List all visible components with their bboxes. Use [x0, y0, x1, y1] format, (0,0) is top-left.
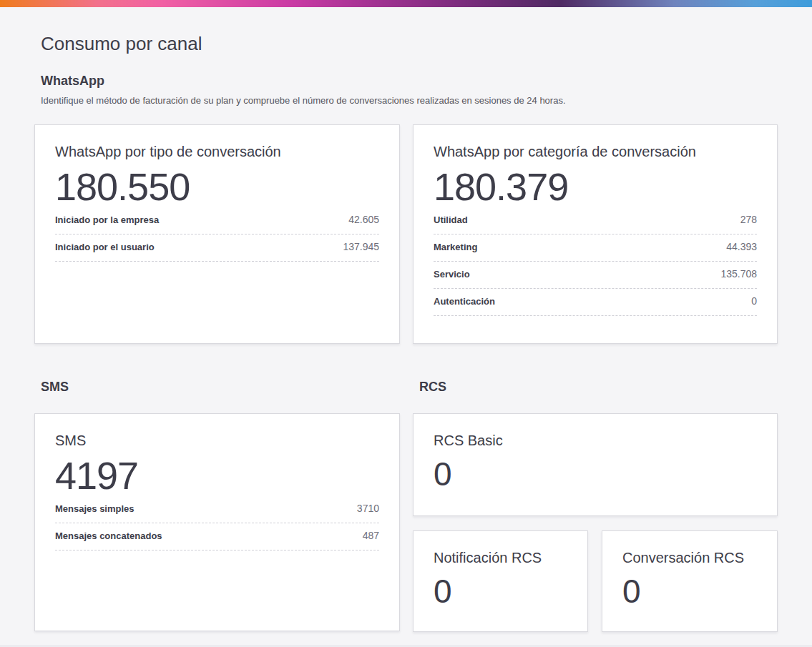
whatsapp-category-total: 180.379 — [434, 166, 757, 207]
stat-value: 137.945 — [343, 241, 379, 252]
stat-value: 487 — [363, 530, 379, 541]
stat-row-simple-messages: Mensajes simples 3710 — [55, 496, 379, 523]
stat-row-marketing: Marketing 44.393 — [434, 234, 757, 262]
whatsapp-section-description: Identifique el método de facturación de … — [34, 95, 778, 107]
whatsapp-type-total: 180.550 — [55, 166, 379, 207]
brand-gradient-bar — [0, 0, 812, 7]
stat-label: Iniciado por el usuario — [55, 242, 155, 252]
whatsapp-section-heading: WhatsApp — [34, 73, 778, 89]
card-title: Conversación RCS — [622, 549, 757, 566]
rcs-basic-card: RCS Basic 0 — [413, 413, 778, 516]
stat-label: Marketing — [434, 242, 477, 252]
stat-label: Mensajes concatenados — [55, 530, 162, 541]
rcs-conversation-total: 0 — [622, 573, 757, 609]
whatsapp-section: WhatsApp Identifique el método de factur… — [34, 73, 778, 344]
stat-value: 135.708 — [720, 268, 757, 280]
stat-label: Autenticación — [434, 296, 495, 307]
rcs-notification-total: 0 — [434, 573, 567, 609]
whatsapp-cards-row: WhatsApp por tipo de conversación 180.55… — [34, 124, 778, 344]
stat-row-business-initiated: Iniciado por la empresa 42.605 — [55, 207, 379, 234]
stat-rows: Iniciado por la empresa 42.605 Iniciado … — [55, 207, 379, 262]
stat-label: Mensajes simples — [55, 503, 134, 514]
stat-value: 3710 — [357, 503, 379, 514]
rcs-small-cards-row: Notificación RCS 0 Conversación RCS 0 — [413, 530, 778, 632]
rcs-section: RCS RCS Basic 0 Notificación RCS 0 Conve… — [413, 379, 778, 632]
sms-card: SMS 4197 Mensajes simples 3710 Mensajes … — [34, 413, 400, 631]
stat-label: Servicio — [434, 269, 470, 280]
stat-value: 278 — [740, 214, 757, 225]
rcs-section-heading: RCS — [413, 379, 778, 395]
whatsapp-type-card: WhatsApp por tipo de conversación 180.55… — [34, 124, 400, 344]
card-title: WhatsApp por tipo de conversación — [55, 143, 379, 160]
page-title: Consumo por canal — [34, 33, 778, 54]
consumption-page: Consumo por canal WhatsApp Identifique e… — [0, 7, 812, 647]
card-title: SMS — [55, 432, 379, 449]
stat-value: 42.605 — [348, 214, 379, 225]
card-title: RCS Basic — [434, 432, 757, 449]
card-title: Notificación RCS — [434, 549, 567, 566]
stat-row-concatenated-messages: Mensajes concatenados 487 — [55, 523, 379, 550]
stat-value: 44.393 — [726, 241, 757, 252]
stat-row-authentication: Autenticación 0 — [434, 289, 757, 316]
sms-total: 4197 — [55, 455, 379, 496]
stat-row-service: Servicio 135.708 — [434, 262, 757, 289]
stat-rows: Utilidad 278 Marketing 44.393 Servicio 1… — [434, 207, 757, 316]
rcs-conversation-card: Conversación RCS 0 — [602, 530, 778, 632]
sms-section: SMS SMS 4197 Mensajes simples 3710 Mensa… — [34, 379, 400, 632]
stat-label: Utilidad — [434, 214, 468, 225]
rcs-notification-card: Notificación RCS 0 — [413, 530, 588, 632]
stat-row-user-initiated: Iniciado por el usuario 137.945 — [55, 234, 379, 262]
stat-rows: Mensajes simples 3710 Mensajes concatena… — [55, 496, 379, 550]
stat-row-utility: Utilidad 278 — [434, 207, 757, 234]
whatsapp-category-card: WhatsApp por categoría de conversación 1… — [413, 124, 778, 344]
stat-value: 0 — [751, 295, 757, 307]
sms-section-heading: SMS — [34, 379, 400, 395]
rcs-basic-total: 0 — [434, 456, 757, 492]
card-title: WhatsApp por categoría de conversación — [434, 143, 757, 160]
sms-rcs-row: SMS SMS 4197 Mensajes simples 3710 Mensa… — [34, 379, 778, 632]
stat-label: Iniciado por la empresa — [55, 214, 159, 225]
